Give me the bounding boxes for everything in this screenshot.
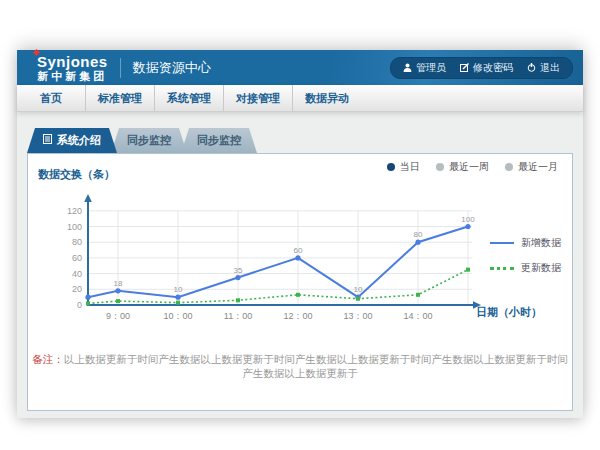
nav-item-docking-mgmt[interactable]: 对接管理	[223, 85, 292, 111]
svg-text:11：00: 11：00	[224, 311, 252, 321]
radio-last-month-dot	[505, 163, 513, 171]
nav-item-system-mgmt[interactable]: 系统管理	[154, 85, 223, 111]
nav-item-data-change[interactable]: 数据异动	[292, 85, 361, 111]
legend-line-solid	[490, 242, 514, 244]
svg-text:80: 80	[414, 230, 423, 239]
svg-text:20: 20	[72, 284, 82, 294]
change-password-button[interactable]: 修改密码	[460, 61, 513, 75]
tab-system-intro[interactable]: 系统介绍	[27, 128, 117, 153]
svg-text:0: 0	[77, 300, 82, 310]
tab-bar: 系统介绍 同步监控 同步监控	[27, 128, 251, 153]
svg-text:60: 60	[72, 253, 82, 263]
radio-last-month[interactable]: 最近一月	[505, 160, 558, 174]
power-icon	[527, 63, 536, 72]
logo-name: Synjones	[37, 54, 108, 69]
svg-text:10: 10	[174, 285, 183, 294]
radio-last-week-dot	[436, 163, 444, 171]
svg-text:13：00: 13：00	[343, 311, 372, 321]
radio-last-week[interactable]: 最近一周	[436, 160, 489, 174]
content-area: 系统介绍 同步监控 同步监控 当日 最近一周	[17, 112, 583, 418]
svg-text:80: 80	[72, 237, 82, 247]
time-range-filter: 当日 最近一周 最近一月	[387, 160, 558, 174]
svg-text:60: 60	[294, 246, 303, 255]
svg-text:35: 35	[234, 266, 243, 275]
svg-text:100: 100	[67, 222, 82, 232]
current-user[interactable]: 管理员	[403, 61, 446, 75]
logout-button[interactable]: 退出	[527, 61, 560, 75]
edit-icon	[460, 63, 469, 72]
main-nav: 首页 标准管理 系统管理 对接管理 数据异动	[17, 85, 583, 112]
footnote: 备注：以上数据更新于时间产生数据以上数据更新于时间产生数据以上数据更新于时间产生…	[28, 353, 572, 381]
footnote-text: 以上数据更新于时间产生数据以上数据更新于时间产生数据以上数据更新于时间产生数据以…	[64, 353, 568, 379]
top-header: Synjones 新中新集团 数据资源中心 管理员 修改密码 退出	[17, 50, 583, 85]
nav-item-home[interactable]: 首页	[17, 85, 85, 111]
y-axis-title: 数据交换（条）	[38, 167, 115, 182]
radio-today-dot	[387, 163, 395, 171]
svg-text:100: 100	[461, 215, 475, 224]
chart-panel: 当日 最近一周 最近一月 数据交换（条） 0204060801001209：00…	[27, 153, 573, 411]
chart-legend: 新增数据 更新数据	[490, 236, 561, 275]
svg-text:12：00: 12：00	[283, 311, 312, 321]
legend-line-dotted	[490, 267, 514, 270]
site-window: Synjones 新中新集团 数据资源中心 管理员 修改密码 退出 首页 标准管…	[17, 50, 583, 417]
x-axis-title: 日期（小时）	[476, 305, 542, 320]
svg-text:40: 40	[72, 269, 82, 279]
user-menu: 管理员 修改密码 退出	[390, 57, 573, 79]
nav-item-standard-mgmt[interactable]: 标准管理	[85, 85, 154, 111]
svg-text:14：00: 14：00	[403, 311, 432, 321]
svg-text:9：00: 9：00	[106, 311, 130, 321]
company-logo: Synjones 新中新集团	[37, 54, 108, 82]
logo-subname: 新中新集团	[37, 71, 108, 82]
tab-sync-monitor-2[interactable]: 同步监控	[181, 128, 257, 153]
tab-sync-monitor-1[interactable]: 同步监控	[111, 128, 187, 153]
document-icon	[43, 128, 52, 153]
svg-text:10: 10	[354, 285, 363, 294]
radio-today[interactable]: 当日	[387, 160, 420, 174]
svg-text:18: 18	[114, 279, 123, 288]
user-icon	[403, 63, 412, 72]
legend-item-new-data: 新增数据	[490, 236, 561, 250]
legend-item-updated-data: 更新数据	[490, 261, 561, 275]
svg-text:10：00: 10：00	[163, 311, 192, 321]
page-title: 数据资源中心	[133, 59, 211, 77]
footnote-label: 备注：	[32, 353, 64, 365]
header-divider	[120, 58, 121, 78]
svg-text:120: 120	[67, 206, 82, 216]
